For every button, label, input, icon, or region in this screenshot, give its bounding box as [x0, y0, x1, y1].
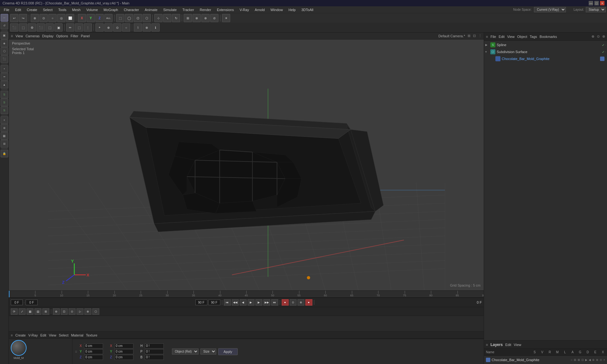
tb-select-lasso[interactable]: ⌬ [134, 14, 142, 22]
tb-redo[interactable]: ↪ [19, 14, 27, 22]
spline-vis-check[interactable]: ✓ [602, 43, 604, 47]
more-buttons5[interactable]: ⊕ [84, 308, 91, 315]
tool-texture[interactable]: ⬡ [1, 47, 8, 55]
prev-frame-button[interactable]: ◀ [240, 299, 247, 306]
tb-select-poly[interactable]: ⬡ [143, 14, 151, 22]
tb2-info[interactable]: ℹ [151, 23, 160, 32]
tb-rotate2[interactable]: ↻ [172, 14, 180, 22]
om-hamburger[interactable]: ≡ [486, 35, 488, 39]
lm-flag-g[interactable]: ⊕ [592, 358, 595, 361]
lm-choc-row[interactable]: Chocolate_Bar_Mold_Graphite ○ ⊞ ⊠ ⊡ ▶ ◀ … [484, 356, 607, 363]
lm-flag-eye[interactable]: ⊞ [574, 358, 576, 361]
menu-create[interactable]: Create [24, 7, 40, 12]
tb2-snap2[interactable]: ⊕ [104, 23, 113, 32]
lm-hamburger[interactable]: ≡ [486, 343, 488, 347]
lm-flag-d[interactable]: ⊗ [596, 358, 598, 361]
vp-menu-options[interactable]: Options [56, 34, 68, 38]
om-edit[interactable]: Edit [499, 35, 505, 39]
tb2-picture-viewer[interactable]: ▣ [54, 23, 63, 32]
vp-menu-panel[interactable]: Panel [81, 34, 90, 38]
tb2-snap-enable[interactable]: ⌖ [95, 23, 104, 32]
menu-render[interactable]: Render [197, 7, 214, 12]
shuffle-button[interactable]: ⤢ [19, 308, 26, 315]
mp-texture[interactable]: Texture [86, 333, 97, 337]
tb-all-axes[interactable]: ALL [104, 14, 113, 22]
tb-cube[interactable]: ⬜ [66, 14, 74, 22]
mp-hamburger[interactable]: ≡ [11, 333, 13, 337]
auto-key-button[interactable]: ⊙ [290, 299, 297, 306]
tb-weld[interactable]: ⊗ [193, 14, 201, 22]
tb2-magnet[interactable]: ⊗ [143, 23, 151, 32]
coord-z-input[interactable] [84, 355, 103, 360]
tool-s2[interactable]: S [1, 99, 8, 106]
close-button[interactable]: ✕ [600, 1, 604, 5]
more-buttons3[interactable]: ⊙ [69, 308, 76, 315]
mesh-color-tag[interactable] [600, 57, 604, 61]
tool-edges[interactable]: ━ [1, 73, 8, 81]
play-button[interactable]: ▶ [248, 299, 254, 306]
motion-record-button[interactable]: ⊕ [297, 299, 304, 306]
tb-select-rect[interactable]: ⬚ [116, 14, 124, 22]
menu-tracker[interactable]: Tracker [180, 7, 197, 12]
more-buttons4[interactable]: ▷ [77, 308, 83, 315]
tb2-mirror[interactable]: ⋮ [84, 23, 92, 32]
coord-p-input[interactable] [145, 349, 164, 354]
loop-button[interactable]: ⟳ [11, 308, 18, 315]
minimize-button[interactable]: — [589, 1, 593, 5]
material-item-mold[interactable]: Mold_M [11, 340, 27, 360]
om-subdiv-expand[interactable]: ▾ [485, 50, 489, 53]
tb-light[interactable]: ☀ [222, 14, 230, 22]
om-object[interactable]: Object [517, 35, 527, 39]
layout-dropdown[interactable]: Startup [586, 7, 606, 12]
tool-measure[interactable]: ⊕ [1, 124, 8, 132]
mp-select[interactable]: Select [59, 333, 69, 337]
tb-extrude[interactable]: ⊕ [201, 14, 210, 22]
tb-circle[interactable]: ○ [48, 14, 57, 22]
more-buttons1[interactable]: ⊛ [53, 308, 60, 315]
menu-extensions[interactable]: Extensions [214, 7, 236, 12]
vp-menu-display[interactable]: Display [42, 34, 53, 38]
menu-mograph[interactable]: MoGraph [101, 7, 121, 12]
om-icon3[interactable]: ⊗ [602, 34, 605, 39]
tb2-scene[interactable]: ⬚ [19, 23, 27, 32]
vp-expand-icon[interactable]: ⊞ [468, 34, 470, 38]
prev-key-button[interactable]: ◀◀ [232, 299, 239, 306]
more-buttons2[interactable]: ⊡ [61, 308, 68, 315]
tb2-region[interactable]: ⬚ [46, 23, 54, 32]
tb-transform[interactable]: ⊞ [184, 14, 192, 22]
menu-animate[interactable]: Animate [142, 7, 160, 12]
menu-volume[interactable]: Volume [84, 7, 101, 12]
tb2-brush[interactable]: ✏ [66, 23, 74, 32]
lm-flag-s[interactable]: ○ [571, 358, 572, 361]
apply-button[interactable]: Apply [218, 348, 238, 355]
om-view[interactable]: View [507, 35, 515, 39]
coord-x2-input[interactable] [114, 343, 133, 349]
tb-new[interactable]: ⊕ [31, 14, 39, 22]
record2-button[interactable]: ● [305, 299, 312, 306]
menu-mesh[interactable]: Mesh [70, 7, 83, 12]
skip-end-button[interactable]: ⏭ [271, 299, 278, 306]
tool-uv[interactable]: ⬛ [1, 55, 8, 63]
tool-lock[interactable]: 🔒 [1, 150, 8, 157]
coord-size-select[interactable]: Size [200, 349, 216, 355]
spline-flag2[interactable]: · [605, 44, 606, 46]
coord-y2-input[interactable] [114, 349, 133, 354]
mesh-flag2[interactable]: · [605, 58, 606, 60]
menu-vray[interactable]: V-Ray [237, 7, 252, 12]
subdiv-vis-check[interactable]: ✓ [602, 50, 604, 54]
mp-material[interactable]: Material [71, 333, 83, 337]
material-thumb-mold[interactable] [11, 340, 27, 356]
next-frame-button[interactable]: ▶ [255, 299, 262, 306]
tool-snap[interactable]: ⌖ [1, 116, 8, 124]
vp-menu-view[interactable]: View [15, 34, 23, 38]
menu-3dtoall[interactable]: 3DToAll [299, 7, 316, 12]
lm-flag-l[interactable]: ▶ [585, 358, 587, 361]
coord-h-input[interactable] [145, 343, 164, 349]
tb2-knife[interactable]: ⌇ [134, 23, 142, 32]
mp-vray[interactable]: V-Ray [28, 333, 38, 337]
vp-fit-icon[interactable]: ⊡ [473, 34, 476, 38]
menu-arnold[interactable]: Arnold [252, 7, 267, 12]
lm-flag-e[interactable]: ⊙ [600, 358, 602, 361]
mp-view[interactable]: View [49, 333, 56, 337]
tb2-snap3[interactable]: ⊙ [113, 23, 121, 32]
